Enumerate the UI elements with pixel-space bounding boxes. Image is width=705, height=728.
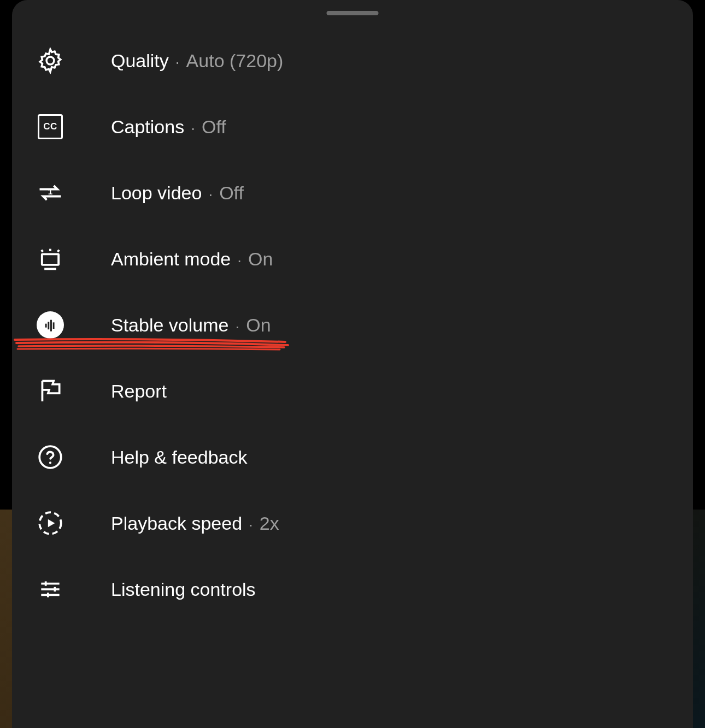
svg-text:1: 1	[48, 187, 52, 196]
menu-item-label: Listening controls	[111, 580, 256, 599]
svg-rect-10	[53, 322, 55, 329]
svg-rect-2	[42, 254, 58, 265]
drag-handle[interactable]	[327, 11, 379, 15]
menu-item-captions[interactable]: CC Captions · Off	[12, 93, 693, 159]
menu-item-label: Captions	[111, 117, 184, 136]
menu-item-label: Report	[111, 382, 167, 400]
separator: ·	[175, 55, 180, 70]
svg-rect-8	[48, 322, 49, 329]
svg-rect-9	[50, 319, 52, 331]
menu-item-report[interactable]: Report	[12, 358, 693, 424]
separator: ·	[191, 121, 195, 136]
menu-item-value: On	[246, 316, 271, 334]
separator: ·	[208, 187, 213, 202]
flag-icon	[36, 377, 64, 405]
menu-item-value: Off	[219, 184, 244, 202]
menu-item-value: Off	[202, 117, 226, 136]
gear-icon	[36, 46, 64, 75]
ambient-icon	[36, 245, 64, 273]
separator: ·	[249, 517, 253, 532]
separator: ·	[237, 253, 242, 268]
svg-point-0	[46, 57, 54, 64]
menu-item-stable-volume[interactable]: Stable volume · On	[12, 292, 693, 358]
settings-panel: Quality · Auto (720p) CC Captions · Off …	[12, 0, 693, 728]
menu-item-label: Loop video	[111, 184, 202, 202]
settings-menu: Quality · Auto (720p) CC Captions · Off …	[12, 27, 693, 622]
help-icon	[36, 443, 64, 471]
menu-item-quality[interactable]: Quality · Auto (720p)	[12, 27, 693, 93]
svg-line-6	[57, 250, 59, 251]
menu-item-label: Quality	[111, 51, 169, 70]
speed-icon	[36, 509, 64, 537]
svg-rect-7	[45, 323, 47, 327]
separator: ·	[235, 319, 239, 334]
stable-volume-icon	[36, 311, 64, 339]
menu-item-ambient[interactable]: Ambient mode · On	[12, 226, 693, 292]
menu-item-value: On	[248, 250, 273, 268]
menu-item-loop[interactable]: 1 Loop video · Off	[12, 159, 693, 226]
menu-item-label: Help & feedback	[111, 448, 248, 466]
menu-item-speed[interactable]: Playback speed · 2x	[12, 490, 693, 556]
sliders-icon	[36, 575, 64, 603]
menu-item-help[interactable]: Help & feedback	[12, 424, 693, 490]
menu-item-value: 2x	[260, 514, 279, 532]
svg-point-11	[39, 446, 61, 468]
loop-icon: 1	[36, 179, 64, 207]
menu-item-value: Auto (720p)	[186, 51, 284, 70]
menu-item-listening[interactable]: Listening controls	[12, 556, 693, 622]
menu-item-label: Stable volume	[111, 316, 228, 334]
captions-icon: CC	[36, 113, 64, 141]
menu-item-label: Ambient mode	[111, 250, 231, 268]
svg-point-12	[49, 461, 51, 464]
svg-line-4	[42, 250, 43, 251]
menu-item-label: Playback speed	[111, 514, 242, 532]
